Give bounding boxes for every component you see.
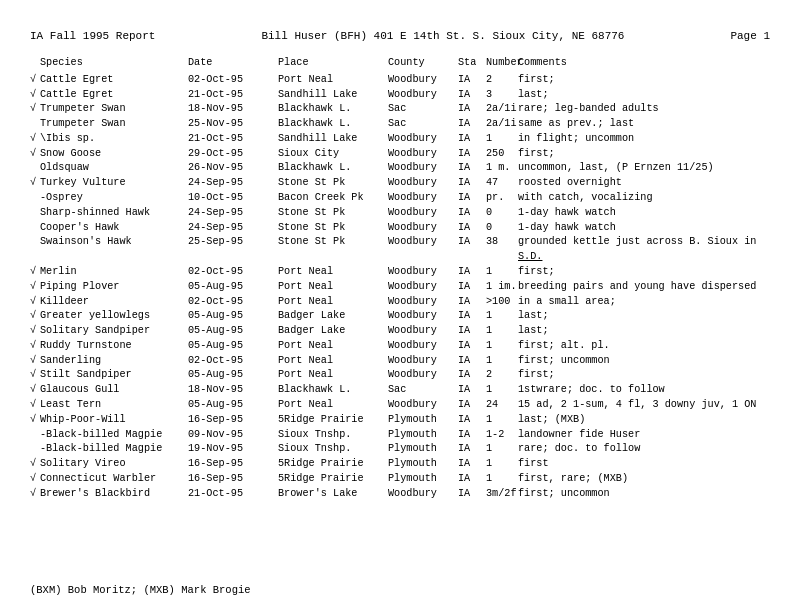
observation-comments: first; uncommon <box>518 487 770 502</box>
observation-comments: first; uncommon <box>518 354 770 369</box>
table-row: √ Cattle Egret 02-Oct-95 Port Neal Woodb… <box>30 73 770 88</box>
table-row: √ Merlin 02-Oct-95 Port Neal Woodbury IA… <box>30 265 770 280</box>
observation-date: 05-Aug-95 <box>188 280 278 295</box>
county-col-header: County <box>388 56 458 71</box>
date-col-header: Date <box>188 56 278 71</box>
species-name: Glaucous Gull <box>40 383 188 398</box>
page: IA Fall 1995 Report Bill Huser (BFH) 401… <box>0 0 800 614</box>
species-name: Cattle Egret <box>40 88 188 103</box>
observation-date: 21-Oct-95 <box>188 132 278 147</box>
observation-county: Woodbury <box>388 265 458 280</box>
observation-date: 16-Sep-95 <box>188 472 278 487</box>
observation-number: 2 <box>486 73 518 88</box>
table-row: √ Solitary Sandpiper 05-Aug-95 Badger La… <box>30 324 770 339</box>
observation-date: 26-Nov-95 <box>188 161 278 176</box>
state-code: IA <box>458 428 486 443</box>
observation-date: 25-Nov-95 <box>188 117 278 132</box>
observation-comments: 1-day hawk watch <box>518 221 770 236</box>
state-code: IA <box>458 206 486 221</box>
species-name: Snow Goose <box>40 147 188 162</box>
check-mark: √ <box>30 398 40 413</box>
check-mark: √ <box>30 102 40 117</box>
observation-date: 18-Nov-95 <box>188 102 278 117</box>
observation-comments: landowner fide Huser <box>518 428 770 443</box>
species-name: Cooper's Hawk <box>40 221 188 236</box>
observation-number: 1 <box>486 309 518 324</box>
state-code: IA <box>458 442 486 457</box>
observation-date: 02-Oct-95 <box>188 265 278 280</box>
observation-comments: last; <box>518 324 770 339</box>
comments-col-header: Comments <box>518 56 770 71</box>
check-mark: √ <box>30 487 40 502</box>
table-row: √ Piping Plover 05-Aug-95 Port Neal Wood… <box>30 280 770 295</box>
table-row: √ Turkey Vulture 24-Sep-95 Stone St Pk W… <box>30 176 770 191</box>
observation-place: 5Ridge Prairie <box>278 413 388 428</box>
observation-county: Plymouth <box>388 442 458 457</box>
species-name: Trumpeter Swan <box>40 102 188 117</box>
check-mark: √ <box>30 295 40 310</box>
table-row: √ Brewer's Blackbird 21-Oct-95 Brower's … <box>30 487 770 502</box>
observation-number: >100 <box>486 295 518 310</box>
state-code: IA <box>458 324 486 339</box>
species-name: Least Tern <box>40 398 188 413</box>
table-row: √ Whip-Poor-Will 16-Sep-95 5Ridge Prairi… <box>30 413 770 428</box>
observation-comments: last; <box>518 88 770 103</box>
observation-comments: first; <box>518 147 770 162</box>
table-row: √ Connecticut Warbler 16-Sep-95 5Ridge P… <box>30 472 770 487</box>
observation-county: Woodbury <box>388 176 458 191</box>
data-rows: √ Cattle Egret 02-Oct-95 Port Neal Woodb… <box>30 73 770 502</box>
state-code: IA <box>458 413 486 428</box>
state-code: IA <box>458 487 486 502</box>
observation-place: Stone St Pk <box>278 176 388 191</box>
observation-county: Plymouth <box>388 457 458 472</box>
observation-number: 1 <box>486 383 518 398</box>
species-name: Trumpeter Swan <box>40 117 188 132</box>
observation-county: Woodbury <box>388 309 458 324</box>
observation-number: 3 <box>486 88 518 103</box>
observation-county: Woodbury <box>388 398 458 413</box>
observation-comments: rare; leg-banded adults <box>518 102 770 117</box>
state-code: IA <box>458 161 486 176</box>
observation-place: Blackhawk L. <box>278 117 388 132</box>
observation-number: 24 <box>486 398 518 413</box>
observation-date: 16-Sep-95 <box>188 413 278 428</box>
table-row: √ Snow Goose 29-Oct-95 Sioux City Woodbu… <box>30 147 770 162</box>
observation-comments: last; <box>518 309 770 324</box>
observation-county: Woodbury <box>388 295 458 310</box>
check-mark: √ <box>30 309 40 324</box>
observation-place: Stone St Pk <box>278 221 388 236</box>
observation-date: 05-Aug-95 <box>188 324 278 339</box>
check-mark: √ <box>30 472 40 487</box>
check-mark: √ <box>30 176 40 191</box>
observation-county: Woodbury <box>388 132 458 147</box>
place-col-header: Place <box>278 56 388 71</box>
observation-county: Woodbury <box>388 368 458 383</box>
table-row: √ Stilt Sandpiper 05-Aug-95 Port Neal Wo… <box>30 368 770 383</box>
observation-comments: first; <box>518 73 770 88</box>
table-row: √ Cattle Egret 21-Oct-95 Sandhill Lake W… <box>30 88 770 103</box>
species-name: Greater yellowlegs <box>40 309 188 324</box>
observation-county: Plymouth <box>388 428 458 443</box>
table-row: -Black-billed Magpie 19-Nov-95 Sioux Tns… <box>30 442 770 457</box>
header-right: Page 1 <box>730 30 770 42</box>
observation-number: 0 <box>486 221 518 236</box>
header: IA Fall 1995 Report Bill Huser (BFH) 401… <box>30 30 770 42</box>
observation-number: 1 im. <box>486 280 518 295</box>
check-mark: √ <box>30 88 40 103</box>
column-headers: Species Date Place County Sta Number Com… <box>30 56 770 71</box>
species-name: Whip-Poor-Will <box>40 413 188 428</box>
observation-date: 05-Aug-95 <box>188 368 278 383</box>
table-row: √ Least Tern 05-Aug-95 Port Neal Woodbur… <box>30 398 770 413</box>
observation-comments: first; <box>518 265 770 280</box>
observation-number: 38 <box>486 235 518 250</box>
observation-date: 10-Oct-95 <box>188 191 278 206</box>
observation-comments: rare; doc. to follow <box>518 442 770 457</box>
state-code: IA <box>458 295 486 310</box>
species-name: Connecticut Warbler <box>40 472 188 487</box>
observation-county: Woodbury <box>388 280 458 295</box>
observation-number: 1 <box>486 442 518 457</box>
observation-date: 24-Sep-95 <box>188 206 278 221</box>
state-code: IA <box>458 221 486 236</box>
observation-date: 05-Aug-95 <box>188 398 278 413</box>
observation-county: Woodbury <box>388 147 458 162</box>
